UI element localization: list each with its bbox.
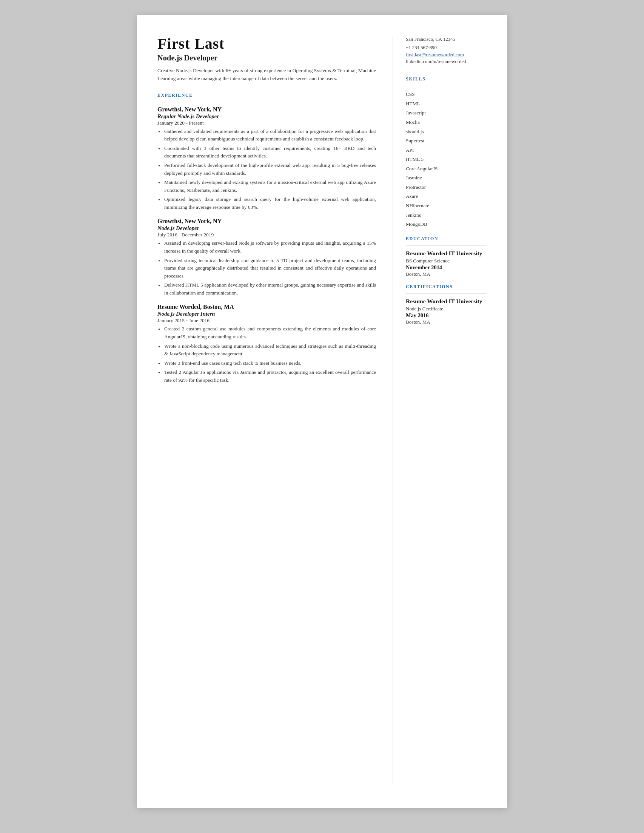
job-1-dates: January 2020 - Present bbox=[157, 120, 376, 126]
job-2-role: Node.js Developer bbox=[157, 225, 376, 232]
skill-item: HTML bbox=[406, 99, 487, 109]
bullet-item: Created 2 custom general use modules and… bbox=[157, 325, 376, 341]
job-1-company: Growthsi, New York, NY bbox=[157, 106, 376, 113]
candidate-title: Node.js Developer bbox=[157, 54, 376, 62]
education-label: EDUCATION bbox=[406, 236, 487, 242]
skill-item: MongoDB bbox=[406, 220, 487, 229]
bullet-item: Maintained newly developed and existing … bbox=[157, 178, 376, 194]
certifications-section: CERTIFICATIONS Resume Worded IT Universi… bbox=[406, 284, 487, 325]
job-3-dates: January 2015 - June 2016 bbox=[157, 318, 376, 323]
experience-divider bbox=[157, 102, 376, 102]
skill-item: Core AngularJS bbox=[406, 164, 487, 174]
bullet-item: Provided strong technical leadership and… bbox=[157, 257, 376, 280]
skill-item: Supertest bbox=[406, 136, 487, 146]
bullet-item: Wrote 3 front-end use cases using tech s… bbox=[157, 360, 376, 367]
bullet-item: Coordinated with 3 other teams to identi… bbox=[157, 145, 376, 160]
job-3-company: Resume Worded, Boston, MA bbox=[157, 304, 376, 310]
skill-item: Jasmine bbox=[406, 173, 487, 183]
right-column: San Francisco, CA 12345 +1 234 567-890 f… bbox=[393, 35, 487, 785]
cert-location: Boston, MA bbox=[406, 319, 487, 325]
job-block-3: Resume Worded, Boston, MA Node.js Develo… bbox=[157, 304, 376, 384]
bullet-item: Assisted in developing server-based Node… bbox=[157, 240, 376, 255]
edu-degree: BS Computer Science bbox=[406, 258, 487, 264]
edu-school: Resume Worded IT University bbox=[406, 249, 487, 257]
job-3-bullets: Created 2 custom general use modules and… bbox=[157, 325, 376, 384]
skill-item: Protractor bbox=[406, 183, 487, 192]
job-1-role: Regular Node.js Developer bbox=[157, 113, 376, 120]
job-block-1: Growthsi, New York, NY Regular Node.js D… bbox=[157, 106, 376, 211]
contact-block: San Francisco, CA 12345 +1 234 567-890 f… bbox=[406, 35, 487, 66]
job-2-bullets: Assisted in developing server-based Node… bbox=[157, 240, 376, 297]
skills-label: SKILLS bbox=[406, 76, 487, 82]
job-3-role: Node.js Developer Intern bbox=[157, 311, 376, 317]
job-2-company: Growthsi, New York, NY bbox=[157, 218, 376, 225]
candidate-summary: Creative Node.js Developer with 6+ years… bbox=[157, 67, 376, 83]
education-divider bbox=[406, 246, 487, 246]
skill-item: should.js bbox=[406, 127, 487, 137]
skill-item: Azure bbox=[406, 192, 487, 201]
job-1-bullets: Gathered and validated requirements as a… bbox=[157, 128, 376, 211]
contact-email[interactable]: first.last@resumeworded.com bbox=[406, 52, 487, 58]
bullet-item: Tested 2 Angular JS applications via Jas… bbox=[157, 368, 376, 384]
bullet-item: Optimized legacy data storage and search… bbox=[157, 196, 376, 211]
experience-label: EXPERIENCE bbox=[157, 93, 376, 98]
education-block: Resume Worded IT University BS Computer … bbox=[406, 249, 487, 277]
job-2-dates: July 2016 - December 2019 bbox=[157, 232, 376, 238]
bullet-item: Performed full-stack development of the … bbox=[157, 162, 376, 177]
skills-list: CSS HTML Javascript Mocha should.js Supe… bbox=[406, 90, 487, 229]
certifications-label: CERTIFICATIONS bbox=[406, 284, 487, 289]
job-block-2: Growthsi, New York, NY Node.js Developer… bbox=[157, 218, 376, 297]
cert-date: May 2016 bbox=[406, 312, 487, 319]
skill-item: Jenkins bbox=[406, 211, 487, 220]
certification-block: Resume Worded IT University Node.js Cert… bbox=[406, 298, 487, 325]
cert-name: Node.js Certificate bbox=[406, 306, 487, 312]
bullet-item: Wrote a non-blocking code using numerous… bbox=[157, 343, 376, 358]
skills-section: SKILLS CSS HTML Javascript Mocha should.… bbox=[406, 76, 487, 229]
bullet-item: Delivered HTML 5 application developed b… bbox=[157, 281, 376, 297]
skill-item: CSS bbox=[406, 90, 487, 99]
contact-linkedin: linkedin.com/in/resumeworded bbox=[406, 58, 487, 66]
skill-item: NHibernate bbox=[406, 201, 487, 211]
edu-date: November 2014 bbox=[406, 264, 487, 271]
cert-school: Resume Worded IT University bbox=[406, 298, 487, 305]
skills-divider bbox=[406, 86, 487, 86]
bullet-item: Gathered and validated requirements as a… bbox=[157, 128, 376, 143]
skill-item: Javascript bbox=[406, 108, 487, 118]
certifications-divider bbox=[406, 293, 487, 294]
resume-page: First Last Node.js Developer Creative No… bbox=[137, 15, 507, 808]
edu-location: Boston, MA bbox=[406, 271, 487, 277]
skill-item: Mocha bbox=[406, 118, 487, 127]
candidate-name: First Last bbox=[157, 35, 376, 52]
skill-item: API bbox=[406, 146, 487, 155]
contact-address: San Francisco, CA 12345 bbox=[406, 35, 487, 44]
contact-phone: +1 234 567-890 bbox=[406, 44, 487, 52]
education-section: EDUCATION Resume Worded IT University BS… bbox=[406, 236, 487, 277]
left-column: First Last Node.js Developer Creative No… bbox=[157, 35, 393, 785]
skill-item: HTML 5 bbox=[406, 155, 487, 164]
